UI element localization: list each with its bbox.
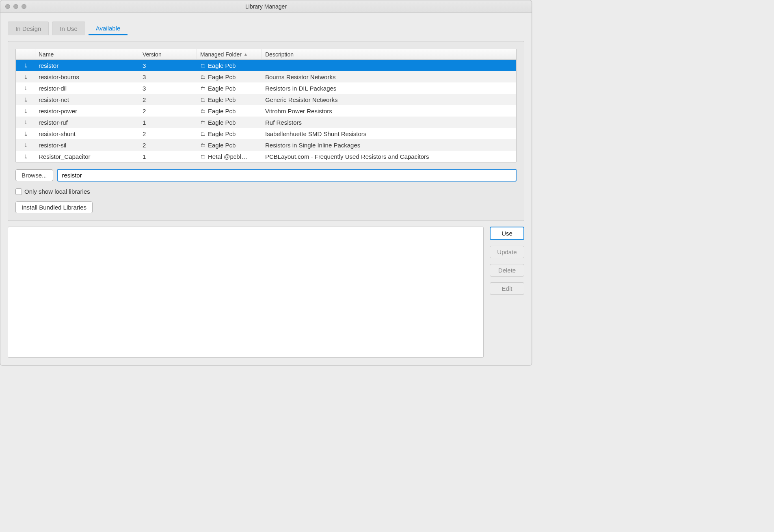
titlebar: Library Manager xyxy=(0,0,532,13)
search-input[interactable] xyxy=(57,169,517,182)
table-row[interactable]: ⤓resistor-dil3🗀Eagle PcbResistors in DIL… xyxy=(16,82,516,94)
window-title: Library Manager xyxy=(0,3,532,10)
table-header-row: Name Version Managed Folder ▲ Descriptio… xyxy=(16,49,516,60)
library-name-cell: resistor-net xyxy=(35,96,139,103)
folder-icon: 🗀 xyxy=(200,131,205,137)
tab-bar: In Design In Use Available xyxy=(8,20,524,35)
library-folder-cell: 🗀Hetal @pcbl… xyxy=(197,153,262,160)
detail-panel xyxy=(8,227,484,358)
column-header-folder-label: Managed Folder xyxy=(200,51,242,58)
library-description-cell: Resistors in Single Inline Packages xyxy=(262,142,516,149)
window-controls xyxy=(0,4,26,9)
library-version-cell: 1 xyxy=(139,153,197,160)
library-description-cell: Isabellenhuette SMD Shunt Resistors xyxy=(262,130,516,137)
sort-ascending-icon: ▲ xyxy=(244,52,248,56)
table-row[interactable]: ⤓resistor-shunt2🗀Eagle PcbIsabellenhuett… xyxy=(16,128,516,139)
bottom-row: Use Update Delete Edit xyxy=(8,227,524,358)
library-folder-label: Eagle Pcb xyxy=(208,142,236,149)
column-header-managed-folder[interactable]: Managed Folder ▲ xyxy=(197,49,262,59)
download-icon: ⤓ xyxy=(16,85,35,91)
library-folder-cell: 🗀Eagle Pcb xyxy=(197,85,262,92)
library-name-cell: resistor-bourns xyxy=(35,74,139,80)
install-bundled-button[interactable]: Install Bundled Libraries xyxy=(15,201,93,213)
library-folder-label: Eagle Pcb xyxy=(208,85,236,92)
update-button[interactable]: Update xyxy=(490,246,524,258)
tab-in-use[interactable]: In Use xyxy=(52,22,85,35)
table-row[interactable]: ⤓resistor3🗀Eagle Pcb xyxy=(16,60,516,71)
download-icon: ⤓ xyxy=(16,142,35,148)
library-version-cell: 2 xyxy=(139,108,197,115)
table-body: ⤓resistor3🗀Eagle Pcb⤓resistor-bourns3🗀Ea… xyxy=(16,60,516,162)
library-folder-label: Hetal @pcbl… xyxy=(208,153,247,160)
folder-icon: 🗀 xyxy=(200,74,205,80)
zoom-window-button[interactable] xyxy=(22,4,26,9)
library-name-cell: resistor-shunt xyxy=(35,130,139,137)
table-row[interactable]: ⤓resistor-ruf1🗀Eagle PcbRuf Resistors xyxy=(16,117,516,128)
library-name-cell: Resistor_Capacitor xyxy=(35,153,139,160)
folder-icon: 🗀 xyxy=(200,85,205,91)
tab-in-design[interactable]: In Design xyxy=(8,22,49,35)
library-folder-cell: 🗀Eagle Pcb xyxy=(197,119,262,126)
library-name-cell: resistor-power xyxy=(35,108,139,115)
folder-icon: 🗀 xyxy=(200,108,205,114)
library-description-cell: Vitrohm Power Resistors xyxy=(262,108,516,115)
content-area: In Design In Use Available Name Version … xyxy=(0,13,532,365)
edit-button[interactable]: Edit xyxy=(490,282,524,295)
side-buttons: Use Update Delete Edit xyxy=(490,227,524,358)
only-local-label: Only show local libraries xyxy=(24,188,90,195)
library-folder-cell: 🗀Eagle Pcb xyxy=(197,96,262,103)
library-name-cell: resistor-dil xyxy=(35,85,139,92)
library-folder-cell: 🗀Eagle Pcb xyxy=(197,130,262,137)
column-header-description-label: Description xyxy=(265,51,294,58)
library-folder-cell: 🗀Eagle Pcb xyxy=(197,62,262,69)
library-name-cell: resistor xyxy=(35,62,139,69)
folder-icon: 🗀 xyxy=(200,154,205,160)
library-version-cell: 3 xyxy=(139,62,197,69)
folder-icon: 🗀 xyxy=(200,119,205,125)
download-icon: ⤓ xyxy=(16,108,35,114)
library-folder-cell: 🗀Eagle Pcb xyxy=(197,108,262,115)
library-table: Name Version Managed Folder ▲ Descriptio… xyxy=(15,49,517,162)
tab-available[interactable]: Available xyxy=(89,22,128,35)
table-row[interactable]: ⤓Resistor_Capacitor1🗀Hetal @pcbl…PCBLayo… xyxy=(16,151,516,162)
library-folder-label: Eagle Pcb xyxy=(208,130,236,137)
search-row: Browse... xyxy=(15,169,517,182)
browse-button[interactable]: Browse... xyxy=(15,169,53,181)
library-description-cell: Resistors in DIL Packages xyxy=(262,85,516,92)
folder-icon: 🗀 xyxy=(200,63,205,69)
library-name-cell: resistor-sil xyxy=(35,142,139,149)
table-row[interactable]: ⤓resistor-sil2🗀Eagle PcbResistors in Sin… xyxy=(16,139,516,151)
table-row[interactable]: ⤓resistor-net2🗀Eagle PcbGeneric Resistor… xyxy=(16,94,516,105)
minimize-window-button[interactable] xyxy=(13,4,18,9)
column-header-name[interactable]: Name xyxy=(35,49,139,59)
only-local-checkbox[interactable] xyxy=(15,188,22,195)
library-version-cell: 2 xyxy=(139,96,197,103)
library-folder-cell: 🗀Eagle Pcb xyxy=(197,142,262,149)
library-description-cell: Ruf Resistors xyxy=(262,119,516,126)
library-folder-cell: 🗀Eagle Pcb xyxy=(197,74,262,80)
library-folder-label: Eagle Pcb xyxy=(208,74,236,80)
download-icon: ⤓ xyxy=(16,131,35,137)
library-description-cell: PCBLayout.com - Frequently Used Resistor… xyxy=(262,153,516,160)
library-version-cell: 3 xyxy=(139,74,197,80)
only-local-checkbox-row[interactable]: Only show local libraries xyxy=(15,188,517,195)
column-header-name-label: Name xyxy=(39,51,54,58)
table-row[interactable]: ⤓resistor-power2🗀Eagle PcbVitrohm Power … xyxy=(16,105,516,117)
library-folder-label: Eagle Pcb xyxy=(208,96,236,103)
column-header-version-label: Version xyxy=(143,51,162,58)
folder-icon: 🗀 xyxy=(200,97,205,103)
column-header-icon[interactable] xyxy=(16,49,35,59)
available-panel: Name Version Managed Folder ▲ Descriptio… xyxy=(8,41,524,221)
close-window-button[interactable] xyxy=(5,4,10,9)
library-version-cell: 2 xyxy=(139,130,197,137)
table-row[interactable]: ⤓resistor-bourns3🗀Eagle PcbBourns Resist… xyxy=(16,71,516,82)
library-folder-label: Eagle Pcb xyxy=(208,119,236,126)
column-header-version[interactable]: Version xyxy=(139,49,197,59)
library-manager-window: Library Manager In Design In Use Availab… xyxy=(0,0,532,365)
library-description-cell: Generic Resistor Networks xyxy=(262,96,516,103)
delete-button[interactable]: Delete xyxy=(490,264,524,277)
column-header-description[interactable]: Description xyxy=(262,49,516,59)
library-description-cell: Bourns Resistor Networks xyxy=(262,74,516,80)
library-folder-label: Eagle Pcb xyxy=(208,62,236,69)
use-button[interactable]: Use xyxy=(490,227,524,240)
